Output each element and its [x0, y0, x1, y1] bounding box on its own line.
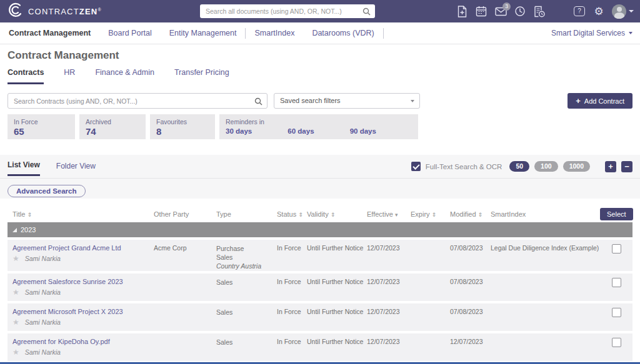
- stat-value: 8: [156, 126, 209, 137]
- logo-spiral-icon: [8, 2, 24, 21]
- tab-folder-view[interactable]: Folder View: [56, 162, 96, 175]
- organization-selector[interactable]: Smart Digital Services: [551, 29, 632, 37]
- expiry-cell: [411, 273, 450, 301]
- stat-card-favourites[interactable]: Favourites 8: [150, 114, 215, 139]
- help-icon[interactable]: ?: [573, 4, 586, 18]
- global-search-input[interactable]: [200, 4, 375, 18]
- audit-trail-icon[interactable]: [533, 4, 546, 18]
- user-account-menu[interactable]: [612, 4, 634, 19]
- table-header-row: Title⇕ Other Party Type Status⇕ Validity…: [8, 206, 632, 222]
- table-row[interactable]: Agreement Microsoft Project X 2023 ★ Sam…: [8, 303, 632, 331]
- global-search: [200, 4, 375, 18]
- contract-title-link[interactable]: Agreement for KipeDoha Oy.pdf: [12, 338, 110, 345]
- expiry-cell: [411, 240, 450, 271]
- column-header-effective[interactable]: Effective▾: [367, 210, 411, 218]
- row-select-checkbox[interactable]: [612, 338, 621, 347]
- row-select-checkbox[interactable]: [612, 308, 621, 317]
- tab-contracts[interactable]: Contracts: [8, 68, 44, 84]
- type-cell: Sales: [216, 333, 277, 361]
- table-row[interactable]: Agreement Project Grand Acme Ltd ★ Sami …: [8, 240, 632, 271]
- status-cell: In Force: [277, 273, 307, 301]
- modified-cell: 12/07/2023: [450, 333, 491, 361]
- advanced-search-button[interactable]: Advanced Search: [8, 185, 86, 197]
- type-cell: Sales: [216, 273, 277, 301]
- add-contract-button[interactable]: + Add Contract: [568, 93, 632, 109]
- status-cell: In Force: [277, 333, 307, 361]
- other-party-cell: [154, 303, 216, 331]
- tab-list-view[interactable]: List View: [8, 160, 40, 176]
- stat-card-in-force[interactable]: In Force 65: [8, 114, 75, 139]
- column-header-expiry[interactable]: Expiry⇕: [411, 210, 450, 218]
- fulltext-ocr-checkbox[interactable]: [411, 162, 421, 171]
- fulltext-ocr-label: Full-Text Search & OCR: [426, 163, 502, 170]
- header-icon-group: 3 ? ⚙: [456, 0, 634, 22]
- contracts-list-panel: List View Folder View Full-Text Search &…: [0, 155, 640, 364]
- calendar-icon[interactable]: [475, 4, 488, 18]
- column-header-type[interactable]: Type: [216, 210, 277, 218]
- tab-hr[interactable]: HR: [64, 68, 75, 84]
- saved-search-filters-select[interactable]: Saved search filters: [274, 93, 420, 109]
- favourite-star-icon[interactable]: ★: [12, 255, 19, 262]
- expand-all-button[interactable]: +: [605, 161, 616, 172]
- caret-down-icon: [629, 32, 632, 34]
- column-header-other-party[interactable]: Other Party: [154, 210, 216, 218]
- contract-title-link[interactable]: Agreement Project Grand Acme Ltd: [12, 244, 121, 252]
- search-icon[interactable]: [362, 7, 371, 18]
- table-row[interactable]: Agreement Salesforce Sunrise 2023 ★ Sami…: [8, 273, 632, 301]
- nav-item-entity-management[interactable]: Entity Management: [161, 29, 246, 37]
- reminders-30-days-link[interactable]: 30 days: [226, 127, 288, 135]
- history-icon[interactable]: [514, 4, 526, 18]
- stats-cards: In Force 65 Archived 74 Favourites 8 Rem…: [8, 114, 632, 139]
- nav-item-smartindex[interactable]: SmartIndex: [246, 29, 303, 37]
- row-select-checkbox[interactable]: [612, 244, 621, 253]
- contract-owner: Sami Narkia: [25, 288, 61, 296]
- page-size-50-button[interactable]: 50: [509, 161, 529, 172]
- nav-item-datarooms[interactable]: Datarooms (VDR): [303, 29, 382, 37]
- contract-title-link[interactable]: Agreement Microsoft Project X 2023: [12, 308, 123, 315]
- group-row-2023[interactable]: 2023: [8, 222, 632, 237]
- mail-notification-badge: 3: [502, 2, 511, 11]
- nav-item-board-portal[interactable]: Board Portal: [99, 29, 160, 37]
- new-document-icon[interactable]: [456, 4, 468, 18]
- sort-icon: ⇕: [478, 212, 483, 218]
- page-size-100-button[interactable]: 100: [534, 161, 558, 172]
- nav-divider: [383, 28, 384, 39]
- effective-cell: 12/07/2023: [367, 303, 411, 331]
- contract-owner: Sami Narkia: [25, 318, 61, 326]
- contracts-table: Title⇕ Other Party Type Status⇕ Validity…: [0, 199, 640, 364]
- tab-transfer-pricing[interactable]: Transfer Pricing: [174, 68, 229, 84]
- favourite-star-icon[interactable]: ★: [12, 288, 19, 296]
- select-mode-button[interactable]: Select: [600, 208, 633, 220]
- page-size-1000-button[interactable]: 1000: [563, 161, 590, 172]
- nav-item-contract-management[interactable]: Contract Management: [8, 29, 99, 37]
- reminders-60-days-link[interactable]: 60 days: [288, 127, 349, 135]
- column-header-modified[interactable]: Modified⇕: [450, 210, 491, 218]
- validity-cell: Until Further Notice: [307, 240, 367, 271]
- contracts-search-input[interactable]: [8, 93, 268, 109]
- stat-card-archived[interactable]: Archived 74: [79, 114, 146, 139]
- tab-finance-admin[interactable]: Finance & Admin: [95, 68, 154, 84]
- expiry-cell: [411, 303, 450, 331]
- contract-owner: Sami Narkia: [25, 255, 61, 262]
- collapse-all-button[interactable]: −: [621, 161, 632, 172]
- column-header-smartindex[interactable]: SmartIndex: [491, 210, 600, 218]
- contract-title-link[interactable]: Agreement Salesforce Sunrise 2023: [12, 278, 123, 285]
- sort-icon: ⇕: [27, 212, 32, 218]
- search-icon[interactable]: [254, 97, 262, 108]
- list-controls-row: List View Folder View Full-Text Search &…: [0, 155, 640, 178]
- contractzen-logo[interactable]: CONTRACTZEN®: [0, 2, 102, 21]
- plus-icon: +: [576, 96, 581, 106]
- row-select-checkbox[interactable]: [612, 278, 621, 287]
- column-header-status[interactable]: Status⇕: [277, 210, 307, 218]
- smartindex-cell[interactable]: Legal Due Diligence Index (Example): [491, 240, 600, 271]
- mail-icon[interactable]: 3: [494, 4, 507, 18]
- favourite-star-icon[interactable]: ★: [12, 348, 19, 356]
- column-header-validity[interactable]: Validity⇕: [307, 210, 367, 218]
- table-row[interactable]: Agreement for KipeDoha Oy.pdf ★ Sami Nar…: [8, 333, 632, 361]
- favourite-star-icon[interactable]: ★: [12, 318, 19, 326]
- status-cell: In Force: [277, 303, 307, 331]
- sort-icon: ⇕: [298, 212, 303, 218]
- reminders-90-days-link[interactable]: 90 days: [350, 127, 412, 135]
- settings-gear-icon[interactable]: ⚙: [592, 4, 605, 18]
- column-header-title[interactable]: Title⇕: [8, 210, 154, 218]
